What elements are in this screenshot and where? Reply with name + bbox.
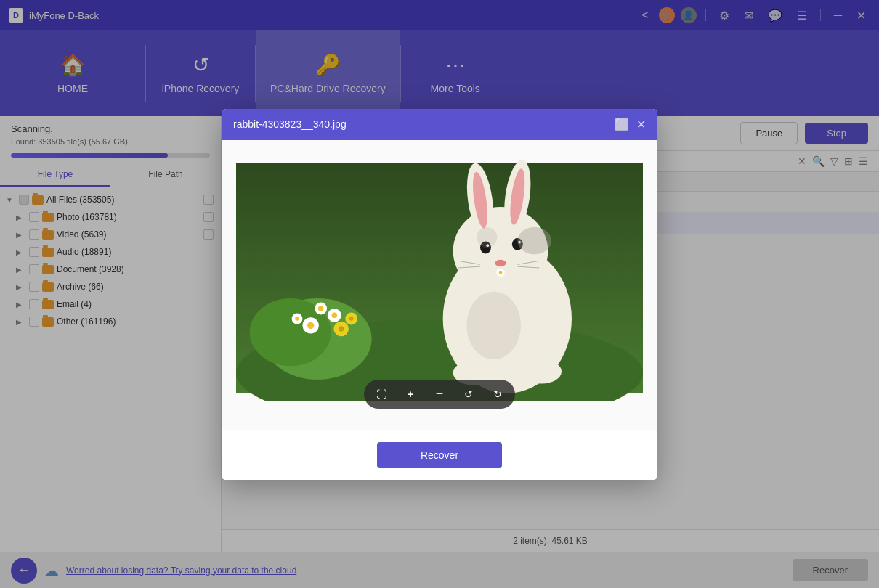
svg-point-7 bbox=[332, 312, 337, 317]
rotate-right-btn[interactable]: ↻ bbox=[486, 383, 509, 406]
svg-point-11 bbox=[318, 306, 323, 311]
modal-dialog: rabbit-4303823__340.jpg ⬜ ✕ bbox=[222, 109, 657, 480]
modal-overlay[interactable]: rabbit-4303823__340.jpg ⬜ ✕ bbox=[0, 0, 879, 588]
modal-header: rabbit-4303823__340.jpg ⬜ ✕ bbox=[222, 109, 657, 140]
modal-footer: Recover bbox=[222, 430, 657, 480]
svg-point-36 bbox=[524, 332, 551, 369]
modal-close-btn[interactable]: ✕ bbox=[636, 118, 646, 131]
image-controls-bar: ⛶ + − ↺ ↻ bbox=[364, 380, 515, 409]
svg-point-26 bbox=[495, 259, 506, 266]
svg-point-39 bbox=[477, 227, 497, 248]
svg-point-5 bbox=[307, 322, 314, 328]
modal-title: rabbit-4303823__340.jpg bbox=[233, 118, 347, 130]
fullscreen-btn[interactable]: ⛶ bbox=[370, 383, 393, 406]
modal-body: ⛶ + − ↺ ↻ bbox=[222, 140, 657, 430]
rabbit-image-svg bbox=[236, 155, 643, 401]
svg-point-37 bbox=[466, 291, 521, 359]
svg-point-38 bbox=[517, 227, 551, 254]
svg-point-13 bbox=[339, 326, 344, 331]
rotate-left-btn[interactable]: ↺ bbox=[457, 383, 480, 406]
svg-point-28 bbox=[499, 271, 503, 274]
recover-button-modal[interactable]: Recover bbox=[377, 442, 502, 468]
svg-point-15 bbox=[349, 317, 354, 321]
modal-header-controls[interactable]: ⬜ ✕ bbox=[615, 118, 646, 131]
modal-restore-btn[interactable]: ⬜ bbox=[615, 118, 629, 131]
zoom-out-btn[interactable]: − bbox=[428, 383, 451, 406]
modal-image-container bbox=[236, 155, 643, 401]
svg-point-9 bbox=[295, 317, 299, 321]
image-controls: ⛶ + − ↺ ↻ bbox=[236, 380, 643, 409]
zoom-in-btn[interactable]: + bbox=[399, 383, 422, 406]
